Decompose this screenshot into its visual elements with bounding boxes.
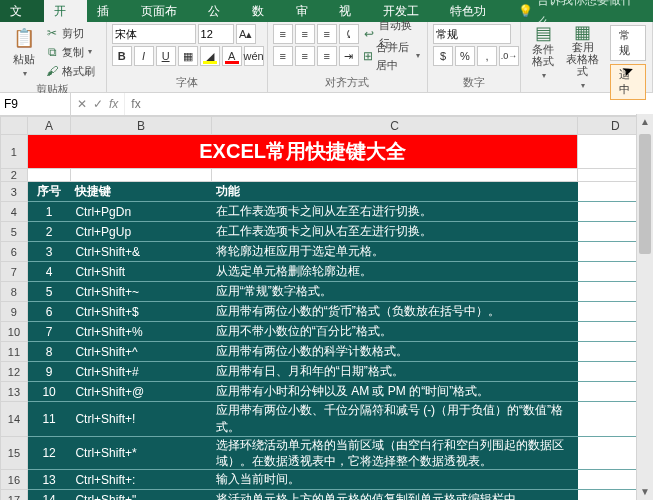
row-header[interactable]: 5 (1, 222, 28, 242)
tab-special[interactable]: 特色功能 (440, 0, 507, 22)
name-box[interactable] (0, 93, 71, 115)
phonetic-button[interactable]: wén (244, 46, 264, 66)
data-no[interactable]: 13 (27, 470, 71, 490)
currency-button[interactable]: $ (433, 46, 453, 66)
data-no[interactable]: 12 (27, 437, 71, 470)
data-func[interactable]: 输入当前时间。 (211, 470, 578, 490)
col-header-A[interactable]: A (27, 117, 71, 135)
percent-button[interactable]: % (455, 46, 475, 66)
data-key[interactable]: Ctrl+Shift+% (71, 322, 211, 342)
style-neutral[interactable]: 适中 (610, 64, 646, 100)
data-no[interactable]: 5 (27, 282, 71, 302)
data-func[interactable]: 应用带有小时和分钟以及 AM 或 PM 的“时间”格式。 (211, 382, 578, 402)
tab-view[interactable]: 视图 (329, 0, 373, 22)
data-key[interactable]: Ctrl+Shift+^ (71, 342, 211, 362)
data-key[interactable]: Ctrl+Shift+! (71, 402, 211, 437)
border-button[interactable]: ▦ (178, 46, 198, 66)
data-func[interactable]: 选择环绕活动单元格的当前区域（由空白行和空白列围起的数据区域）。在数据透视表中，… (211, 437, 578, 470)
data-no[interactable]: 6 (27, 302, 71, 322)
increase-decimal-button[interactable]: .0→ (499, 46, 519, 66)
row-header[interactable]: 6 (1, 242, 28, 262)
row-header[interactable]: 15 (1, 437, 28, 470)
data-func[interactable]: 应用“常规”数字格式。 (211, 282, 578, 302)
tell-me[interactable]: 💡 告诉我你想要做什么 (508, 0, 653, 22)
data-no[interactable]: 7 (27, 322, 71, 342)
number-format-combo[interactable] (433, 24, 511, 44)
bold-button[interactable]: B (112, 46, 132, 66)
row-header[interactable]: 2 (1, 169, 28, 182)
data-key[interactable]: Ctrl+Shift+~ (71, 282, 211, 302)
font-size-combo[interactable] (198, 24, 234, 44)
tab-page-layout[interactable]: 页面布局 (131, 0, 198, 22)
tab-file[interactable]: 文件 (0, 0, 44, 22)
row-header[interactable]: 7 (1, 262, 28, 282)
vertical-scrollbar[interactable]: ▲ ▼ (636, 114, 653, 500)
format-painter-button[interactable]: 🖌 格式刷 (43, 62, 97, 80)
data-key[interactable]: Ctrl+Shift+& (71, 242, 211, 262)
italic-button[interactable]: I (134, 46, 154, 66)
data-func[interactable]: 应用带有两位小数、千位分隔符和减号 (-)（用于负值）的“数值”格式。 (211, 402, 578, 437)
col-header-C[interactable]: C (211, 117, 578, 135)
conditional-formatting-button[interactable]: ▤ 条件格式 ▾ (526, 24, 561, 82)
data-key[interactable]: Ctrl+PgUp (71, 222, 211, 242)
align-center-button[interactable]: ≡ (295, 46, 315, 66)
data-key[interactable]: Ctrl+PgDn (71, 202, 211, 222)
data-func[interactable]: 应用带有两位小数的科学计数格式。 (211, 342, 578, 362)
tab-insert[interactable]: 插入 (87, 0, 131, 22)
paste-button[interactable]: 📋 粘贴 ▾ (5, 24, 43, 82)
title-cell[interactable]: EXCEL常用快捷键大全 (27, 135, 578, 169)
data-no[interactable]: 4 (27, 262, 71, 282)
font-name-combo[interactable] (112, 24, 196, 44)
tab-review[interactable]: 审阅 (286, 0, 330, 22)
data-key[interactable]: Ctrl+Shift+$ (71, 302, 211, 322)
cancel-x-icon[interactable]: ✕ (77, 97, 87, 111)
header-func[interactable]: 功能 (211, 182, 578, 202)
style-normal[interactable]: 常规 (610, 25, 646, 61)
data-key[interactable]: Ctrl+Shift+* (71, 437, 211, 470)
row-header[interactable]: 8 (1, 282, 28, 302)
data-func[interactable]: 应用带有日、月和年的“日期”格式。 (211, 362, 578, 382)
data-no[interactable]: 8 (27, 342, 71, 362)
orientation-button[interactable]: ⤹ (339, 24, 359, 44)
underline-button[interactable]: U (156, 46, 176, 66)
data-func[interactable]: 应用带有两位小数的“货币”格式（负数放在括号中）。 (211, 302, 578, 322)
row-header[interactable]: 9 (1, 302, 28, 322)
row-header[interactable]: 12 (1, 362, 28, 382)
data-func[interactable]: 将轮廓边框应用于选定单元格。 (211, 242, 578, 262)
data-no[interactable]: 10 (27, 382, 71, 402)
blank-cell[interactable] (71, 169, 211, 182)
data-no[interactable]: 1 (27, 202, 71, 222)
tab-formulas[interactable]: 公式 (198, 0, 242, 22)
data-no[interactable]: 3 (27, 242, 71, 262)
row-header[interactable]: 1 (1, 135, 28, 169)
blank-cell[interactable] (27, 169, 71, 182)
row-header[interactable]: 16 (1, 470, 28, 490)
scroll-down-arrow-icon[interactable]: ▼ (637, 484, 653, 500)
align-top-button[interactable]: ≡ (273, 24, 293, 44)
row-header[interactable]: 3 (1, 182, 28, 202)
cut-button[interactable]: ✂ 剪切 (43, 24, 97, 42)
data-func[interactable]: 应用不带小数位的“百分比”格式。 (211, 322, 578, 342)
align-middle-button[interactable]: ≡ (295, 24, 315, 44)
row-header[interactable]: 17 (1, 490, 28, 501)
indent-button[interactable]: ⇥ (339, 46, 359, 66)
row-header[interactable]: 10 (1, 322, 28, 342)
data-key[interactable]: Ctrl+Shift+# (71, 362, 211, 382)
row-header[interactable]: 11 (1, 342, 28, 362)
data-func[interactable]: 将活动单元格上方的单元格的值复制到单元格或编辑栏中。 (211, 490, 578, 501)
row-header[interactable]: 13 (1, 382, 28, 402)
align-bottom-button[interactable]: ≡ (317, 24, 337, 44)
data-no[interactable]: 9 (27, 362, 71, 382)
data-no[interactable]: 11 (27, 402, 71, 437)
data-key[interactable]: Ctrl+Shift+" (71, 490, 211, 501)
fill-color-button[interactable]: ◢ (200, 46, 220, 66)
header-key[interactable]: 快捷键 (71, 182, 211, 202)
data-key[interactable]: Ctrl+Shift+: (71, 470, 211, 490)
align-left-button[interactable]: ≡ (273, 46, 293, 66)
data-func[interactable]: 在工作表选项卡之间从左至右进行切换。 (211, 202, 578, 222)
row-header[interactable]: 14 (1, 402, 28, 437)
data-func[interactable]: 从选定单元格删除轮廓边框。 (211, 262, 578, 282)
tab-home[interactable]: 开始 (44, 0, 88, 22)
format-as-table-button[interactable]: ▦ 套用 表格格式 ▾ (561, 24, 605, 82)
blank-cell[interactable] (211, 169, 578, 182)
